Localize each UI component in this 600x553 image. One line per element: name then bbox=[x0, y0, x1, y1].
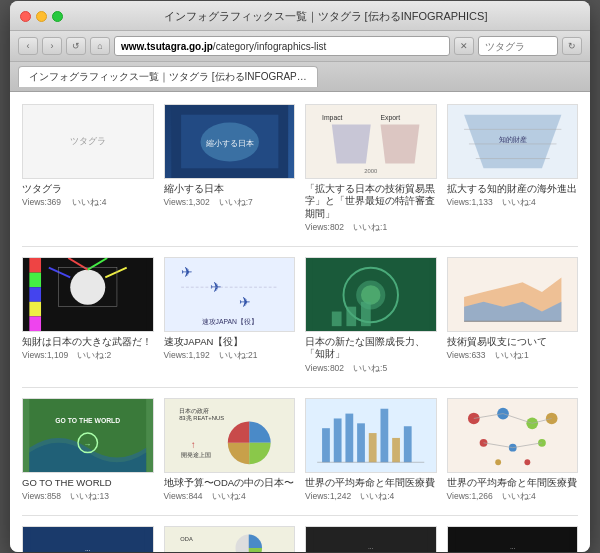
site-card-meta: Views:369 いいね:4 bbox=[22, 197, 154, 209]
forward-button[interactable]: › bbox=[42, 37, 62, 55]
address-path: /category/infographics-list bbox=[213, 41, 326, 52]
card-3-svg: 知的財産 bbox=[448, 105, 578, 178]
card-4-svg bbox=[23, 258, 153, 331]
svg-point-73 bbox=[479, 439, 487, 447]
svg-rect-59 bbox=[357, 423, 365, 462]
search-input[interactable] bbox=[478, 36, 558, 56]
svg-text:83兆 REAT+NUS: 83兆 REAT+NUS bbox=[179, 415, 224, 421]
card-1[interactable]: 縮小する日本 縮小する日本 Views:1,302 いいね:7 bbox=[164, 104, 296, 234]
card-7-thumb bbox=[447, 257, 579, 332]
svg-rect-38 bbox=[332, 312, 342, 327]
address-bar[interactable]: www.tsutagra.go.jp/category/infographics… bbox=[114, 36, 450, 56]
window-title: インフォグラフィックス一覧｜ツタグラ [伝わるINFOGRAPHICS] bbox=[71, 9, 580, 24]
card-8-title: GO TO THE WORLD bbox=[22, 477, 154, 489]
title-bar: インフォグラフィックス一覧｜ツタグラ [伝わるINFOGRAPHICS] bbox=[10, 1, 590, 31]
card-6[interactable]: 日本の新たな国際成長力、「知財」 Views:802 いいね:5 bbox=[305, 257, 437, 375]
svg-rect-39 bbox=[346, 307, 356, 326]
card-5-svg: ✈ ✈ ✈ 速攻JAPAN【役】 bbox=[165, 258, 295, 331]
content-area: ツタグラ ツタグラ Views:369 いいね:4 縮小する日本 bbox=[10, 92, 590, 552]
card-6-title: 日本の新たな国際成長力、「知財」 bbox=[305, 336, 437, 361]
first-row: ツタグラ ツタグラ Views:369 いいね:4 縮小する日本 bbox=[22, 104, 578, 234]
card-3-thumb: 知的財産 bbox=[447, 104, 579, 179]
svg-text:GO TO THE WORLD: GO TO THE WORLD bbox=[55, 417, 120, 424]
svg-rect-56 bbox=[322, 428, 330, 462]
back-button[interactable]: ‹ bbox=[18, 37, 38, 55]
svg-rect-63 bbox=[404, 426, 412, 462]
home-button[interactable]: ⌂ bbox=[90, 37, 110, 55]
svg-text:✈: ✈ bbox=[210, 280, 222, 295]
svg-text:...: ... bbox=[85, 545, 91, 552]
svg-text:✈: ✈ bbox=[239, 295, 251, 310]
card-3[interactable]: 知的財産 拡大する知的財産の海外進出 Views:1,133 いいね:4 bbox=[447, 104, 579, 234]
card-2-thumb: Impact Export 2000 bbox=[305, 104, 437, 179]
minimize-button[interactable] bbox=[36, 11, 47, 22]
tab-bar: インフォグラフィックス一覧｜ツタグラ [伝わるINFOGRAPHICS] bbox=[10, 62, 590, 92]
card-2-title: 「拡大する日本の技術貿易黒字」と「世界最短の特許審査期間」 bbox=[305, 183, 437, 220]
svg-rect-24 bbox=[29, 273, 41, 288]
card-4-title: 知財は日本の大きな武器だ！ bbox=[22, 336, 154, 348]
card-11-thumb bbox=[447, 398, 579, 473]
card-3-meta: Views:1,133 いいね:4 bbox=[447, 197, 579, 209]
card-1-title: 縮小する日本 bbox=[164, 183, 296, 195]
svg-point-66 bbox=[467, 412, 479, 424]
card-9[interactable]: 日本の政府 83兆 REAT+NUS ↑ 開発途上国 地球予算〜ODAの中の日本… bbox=[164, 398, 296, 503]
bp-card-4[interactable]: ... bbox=[447, 526, 579, 552]
svg-point-74 bbox=[508, 443, 516, 451]
close-tab-button[interactable]: ✕ bbox=[454, 37, 474, 55]
site-header-card: ツタグラ ツタグラ Views:369 いいね:4 bbox=[22, 104, 154, 234]
svg-text:速攻JAPAN【役】: 速攻JAPAN【役】 bbox=[201, 318, 257, 326]
browser-window: インフォグラフィックス一覧｜ツタグラ [伝わるINFOGRAPHICS] ‹ ›… bbox=[10, 1, 590, 552]
card-2-svg: Impact Export 2000 bbox=[306, 105, 436, 178]
card-11-meta: Views:1,266 いいね:4 bbox=[447, 491, 579, 503]
card-2[interactable]: Impact Export 2000 「拡大する日本の技術貿易黒字」と「世界最短… bbox=[305, 104, 437, 234]
row-divider-3 bbox=[22, 515, 578, 516]
card-10[interactable]: 世界の平均寿命と年間医療費 Views:1,242 いいね:4 bbox=[305, 398, 437, 503]
svg-rect-23 bbox=[29, 258, 41, 273]
card-7-title: 技術貿易収支について bbox=[447, 336, 579, 348]
card-9-thumb: 日本の政府 83兆 REAT+NUS ↑ 開発途上国 bbox=[164, 398, 296, 473]
card-4[interactable]: 知財は日本の大きな武器だ！ Views:1,109 いいね:2 bbox=[22, 257, 154, 375]
maximize-button[interactable] bbox=[52, 11, 63, 22]
card-9-meta: Views:844 いいね:4 bbox=[164, 491, 296, 503]
row-divider-2 bbox=[22, 387, 578, 388]
svg-text:...: ... bbox=[509, 543, 515, 550]
card-7-svg bbox=[448, 258, 578, 331]
row-divider-1 bbox=[22, 246, 578, 247]
refresh-button[interactable]: ↺ bbox=[66, 37, 86, 55]
card-8[interactable]: GO TO THE WORLD → GO TO THE WORLD Views:… bbox=[22, 398, 154, 503]
card-7[interactable]: 技術貿易収支について Views:633 いいね:1 bbox=[447, 257, 579, 375]
bp-card-2[interactable]: ODA bbox=[164, 526, 296, 552]
card-11-title: 世界の平均寿命と年間医療費 bbox=[447, 477, 579, 489]
bp-card-1[interactable]: ... bbox=[22, 526, 154, 552]
card-10-title: 世界の平均寿命と年間医療費 bbox=[305, 477, 437, 489]
bp-card-3[interactable]: ... bbox=[305, 526, 437, 552]
close-button[interactable] bbox=[20, 11, 31, 22]
svg-text:→: → bbox=[84, 439, 92, 448]
card-8-thumb: GO TO THE WORLD → bbox=[22, 398, 154, 473]
svg-rect-58 bbox=[345, 413, 353, 462]
card-3-title: 拡大する知的財産の海外進出 bbox=[447, 183, 579, 195]
svg-rect-62 bbox=[392, 438, 400, 462]
svg-text:知的財産: 知的財産 bbox=[498, 136, 526, 143]
traffic-lights bbox=[20, 11, 63, 22]
card-10-thumb bbox=[305, 398, 437, 473]
card-11[interactable]: 世界の平均寿命と年間医療費 Views:1,266 いいね:4 bbox=[447, 398, 579, 503]
svg-text:開発途上国: 開発途上国 bbox=[181, 452, 211, 458]
card-9-title: 地球予算〜ODAの中の日本〜 bbox=[164, 477, 296, 489]
svg-text:2000: 2000 bbox=[364, 168, 378, 174]
active-tab[interactable]: インフォグラフィックス一覧｜ツタグラ [伝わるINFOGRAPHICS] bbox=[18, 66, 318, 87]
svg-point-17 bbox=[70, 270, 105, 305]
site-header-thumb: ツタグラ bbox=[22, 104, 154, 179]
svg-rect-61 bbox=[380, 408, 388, 462]
refresh-icon[interactable]: ↻ bbox=[562, 37, 582, 55]
svg-rect-27 bbox=[29, 316, 41, 331]
card-6-thumb bbox=[305, 257, 437, 332]
svg-text:Impact: Impact bbox=[322, 114, 343, 122]
card-1-thumb: 縮小する日本 bbox=[164, 104, 296, 179]
svg-rect-40 bbox=[361, 302, 371, 326]
card-5[interactable]: ✈ ✈ ✈ 速攻JAPAN【役】 速攻JAPAN【役】 Views:1,192 … bbox=[164, 257, 296, 375]
svg-marker-7 bbox=[332, 124, 371, 163]
third-row: GO TO THE WORLD → GO TO THE WORLD Views:… bbox=[22, 398, 578, 503]
site-card-title: ツタグラ bbox=[22, 183, 154, 195]
svg-text:縮小する日本: 縮小する日本 bbox=[204, 139, 253, 148]
